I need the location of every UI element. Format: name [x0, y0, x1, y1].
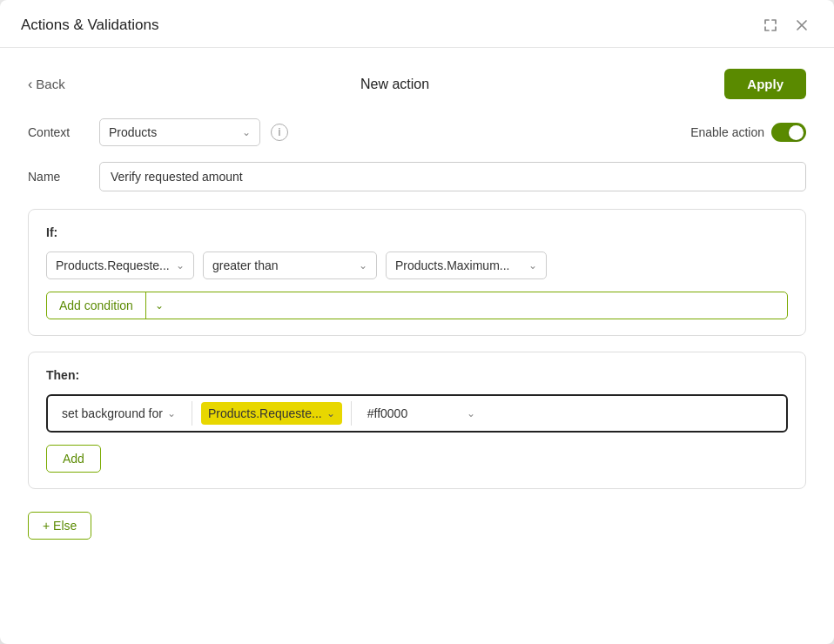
then-action-type-value: set background for [62, 406, 163, 420]
new-action-label: New action [360, 77, 429, 92]
then-action-type-chevron-icon: ⌄ [167, 407, 176, 419]
add-condition-chevron-icon: ⌄ [146, 293, 172, 318]
enable-action-toggle[interactable] [771, 123, 806, 142]
condition-field-select[interactable]: Products.Requeste... ⌄ [46, 252, 194, 279]
dialog: Actions & Validations ‹ Back New action … [0, 0, 834, 644]
else-button[interactable]: + Else [28, 512, 91, 540]
then-action-field-value: Products.Requeste... [208, 406, 322, 420]
then-action-color-value: #ff0000 [367, 406, 407, 420]
back-label: Back [36, 77, 64, 91]
condition-value-text: Products.Maximum... [395, 258, 509, 272]
then-action-field-select[interactable]: Products.Requeste... ⌄ [201, 402, 342, 425]
info-icon: i [271, 124, 288, 141]
dialog-content: ‹ Back New action Apply Context Products… [0, 48, 834, 560]
then-action-color-chevron-icon: ⌄ [467, 407, 475, 419]
name-label: Name [28, 170, 89, 184]
enable-action-label: Enable action [690, 125, 764, 139]
dialog-title: Actions & Validations [21, 17, 158, 34]
context-select[interactable]: Products ⌄ [99, 118, 260, 146]
condition-operator-select[interactable]: greater than ⌄ [203, 252, 377, 279]
name-row: Name [28, 162, 806, 191]
back-chevron-icon: ‹ [28, 77, 32, 92]
top-bar: ‹ Back New action Apply [28, 69, 806, 99]
apply-button[interactable]: Apply [724, 69, 806, 99]
condition-value-chevron-icon: ⌄ [528, 259, 537, 272]
context-chevron-icon: ⌄ [242, 126, 251, 138]
dialog-header: Actions & Validations [0, 0, 834, 48]
add-condition-btn[interactable]: Add condition ⌄ [46, 292, 788, 319]
then-section: Then: set background for ⌄ Products.Requ… [28, 352, 806, 489]
condition-value-select[interactable]: Products.Maximum... ⌄ [386, 252, 547, 279]
then-action-type-select[interactable]: set background for ⌄ [55, 402, 183, 425]
context-label: Context [28, 125, 89, 139]
add-condition-label: Add condition [47, 292, 146, 319]
add-button[interactable]: Add [46, 445, 101, 473]
then-label: Then: [46, 368, 788, 382]
enable-action-wrap: Enable action [690, 123, 806, 142]
condition-row: Products.Requeste... ⌄ greater than ⌄ Pr… [46, 252, 788, 279]
then-action-field-chevron-icon: ⌄ [326, 407, 335, 419]
back-button[interactable]: ‹ Back [28, 77, 65, 92]
if-label: If: [46, 225, 788, 239]
name-input[interactable] [99, 162, 806, 191]
context-value: Products [109, 125, 157, 139]
header-icons [759, 16, 813, 35]
condition-operator-chevron-icon: ⌄ [359, 259, 367, 272]
then-action-row: set background for ⌄ Products.Requeste..… [46, 394, 788, 433]
condition-field-chevron-icon: ⌄ [176, 259, 185, 272]
expand-icon[interactable] [759, 16, 782, 35]
divider-2 [351, 401, 352, 426]
then-action-color-select[interactable]: #ff0000 ⌄ [360, 402, 482, 425]
condition-field-value: Products.Requeste... [56, 258, 170, 272]
divider-1 [192, 401, 192, 426]
condition-operator-value: greater than [212, 258, 279, 272]
if-section: If: Products.Requeste... ⌄ greater than … [28, 209, 806, 336]
close-icon[interactable] [790, 16, 813, 35]
context-row: Context Products ⌄ i Enable action [28, 118, 806, 146]
